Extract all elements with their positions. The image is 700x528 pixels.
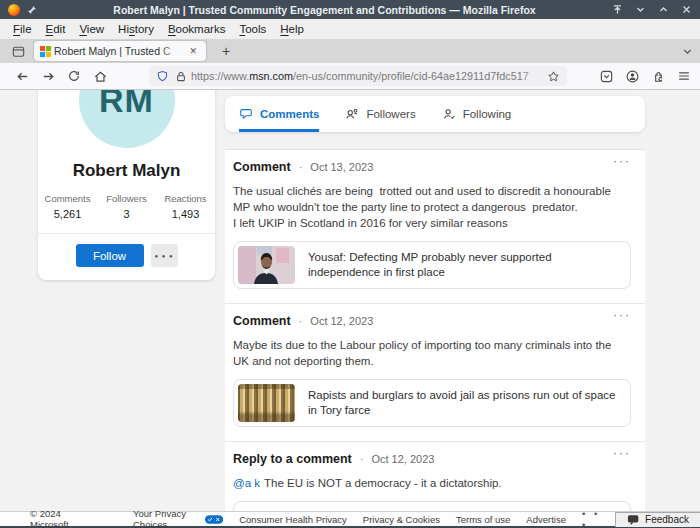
- advertise-link[interactable]: Advertise: [526, 514, 566, 525]
- feed-item: Comment · Oct 12, 2023 ··· Maybe its due…: [225, 304, 645, 442]
- feed-item-type: Reply to a comment: [233, 452, 352, 466]
- feed-item: Reply to a comment · Oct 12, 2023 ··· @a…: [225, 442, 645, 511]
- article-title: Rapists and burglars to avoid jail as pr…: [308, 388, 620, 418]
- feed-item: Comment · Oct 13, 2023 ··· The usual cli…: [225, 150, 645, 304]
- page-footer: © 2024 Microsoft Your Privacy Choices Co…: [0, 511, 700, 526]
- microsoft-favicon: [40, 46, 50, 56]
- close-icon[interactable]: [681, 4, 692, 15]
- feedback-icon: [627, 514, 640, 526]
- minimize-icon[interactable]: [635, 4, 646, 15]
- page-content: RM Robert Malyn Comments 5,261 Followers…: [0, 90, 700, 511]
- article-title: Yousaf: Defecting MP probably never supp…: [308, 250, 620, 280]
- browser-tab[interactable]: Robert Malyn | Trusted C ✕: [34, 41, 206, 61]
- back-icon[interactable]: [9, 66, 35, 87]
- article-card[interactable]: Rapists and burglars to avoid jail as pr…: [233, 379, 631, 427]
- tab-close-icon[interactable]: ✕: [186, 45, 200, 57]
- new-tab-button[interactable]: +: [216, 43, 236, 59]
- profile-tabs: Comments Followers Following: [225, 96, 645, 132]
- copyright: © 2024 Microsoft: [30, 508, 85, 528]
- feed-item-type: Comment: [233, 160, 291, 174]
- privacy-choices-icon: [205, 514, 223, 525]
- reply-text: @a kThe EU is NOT a democracy - it a dic…: [233, 475, 615, 491]
- article-card[interactable]: Yousaf: Defecting MP probably never supp…: [233, 241, 631, 289]
- following-icon: [442, 107, 456, 121]
- reload-icon[interactable]: [61, 66, 87, 87]
- menu-tools[interactable]: Tools: [232, 21, 273, 37]
- more-options-icon[interactable]: ···: [613, 309, 631, 321]
- tracking-shield-icon[interactable]: [156, 70, 169, 83]
- firefox-view-icon[interactable]: [6, 41, 30, 61]
- menu-history[interactable]: History: [111, 21, 161, 37]
- bookmark-star-icon[interactable]: [547, 70, 560, 83]
- tab-comments[interactable]: Comments: [239, 96, 319, 132]
- more-options-icon[interactable]: ···: [613, 155, 631, 167]
- feedback-button[interactable]: Feedback: [615, 512, 700, 527]
- comment-text: Maybe its due to the Labour policy of im…: [233, 337, 615, 369]
- mention-link[interactable]: @a k: [233, 477, 260, 489]
- tab-strip: Robert Malyn | Trusted C ✕ +: [0, 39, 700, 63]
- feed-item-type: Comment: [233, 314, 291, 328]
- comment-text: The usual clichés are being trotted out …: [233, 183, 615, 231]
- firefox-logo-icon: [8, 4, 20, 16]
- main-column: Comments Followers Following Comment · O…: [225, 96, 645, 511]
- profile-card: RM Robert Malyn Comments 5,261 Followers…: [38, 90, 215, 280]
- feed-item-date: Oct 13, 2023: [310, 161, 373, 173]
- tab-following[interactable]: Following: [442, 96, 512, 132]
- article-thumbnail-prison: [238, 384, 295, 422]
- followers-icon: [345, 107, 359, 121]
- keep-above-icon[interactable]: [612, 4, 623, 15]
- lock-icon[interactable]: [175, 70, 187, 83]
- addon-badge-icon[interactable]: [599, 69, 614, 84]
- account-icon[interactable]: [625, 69, 640, 84]
- stat-followers: Followers 3: [97, 193, 156, 220]
- home-icon[interactable]: [87, 66, 113, 87]
- tab-title: Robert Malyn | Trusted C: [54, 45, 182, 57]
- menu-file[interactable]: File: [6, 21, 39, 37]
- window-title: Robert Malyn | Trusted Community Engagem…: [37, 4, 612, 16]
- comment-bubble-icon: [239, 107, 253, 121]
- article-card[interactable]: Voices: 'The devil's in the detail': Ind…: [233, 501, 631, 511]
- privacy-cookies-link[interactable]: Privacy & Cookies: [363, 514, 440, 525]
- menu-bar: File Edit View History Bookmarks Tools H…: [0, 19, 700, 39]
- list-all-tabs-icon[interactable]: [681, 45, 694, 58]
- consumer-health-privacy-link[interactable]: Consumer Health Privacy: [239, 514, 347, 525]
- forward-icon[interactable]: [35, 66, 61, 87]
- tab-followers[interactable]: Followers: [345, 96, 415, 132]
- privacy-choices-link[interactable]: Your Privacy Choices: [133, 508, 223, 528]
- terms-of-use-link[interactable]: Terms of use: [456, 514, 510, 525]
- extensions-puzzle-icon[interactable]: [651, 69, 666, 84]
- newspaper-icon: [238, 506, 295, 511]
- window-titlebar: Robert Malyn | Trusted Community Engagem…: [0, 0, 700, 19]
- url-text: https://www.msn.com/en-us/community/prof…: [191, 70, 547, 82]
- profile-stats: Comments 5,261 Followers 3 Reactions 1,4…: [38, 193, 215, 220]
- feed-item-date: Oct 12, 2023: [371, 453, 434, 465]
- stat-comments: Comments 5,261: [38, 193, 97, 220]
- menu-help[interactable]: Help: [273, 21, 311, 37]
- menu-bookmarks[interactable]: Bookmarks: [161, 21, 233, 37]
- more-options-icon[interactable]: ···: [613, 447, 631, 459]
- avatar: RM: [79, 90, 175, 148]
- menu-hamburger-icon[interactable]: [677, 69, 691, 83]
- article-title: Voices: 'The devil's in the detail': Ind…: [308, 510, 620, 511]
- follow-button[interactable]: Follow: [76, 244, 144, 267]
- stat-reactions: Reactions 1,493: [156, 193, 215, 220]
- pin-icon: [27, 5, 37, 15]
- maximize-icon[interactable]: [658, 4, 669, 15]
- article-thumbnail-portrait: [238, 246, 295, 284]
- divider: [38, 233, 215, 234]
- navigation-toolbar: https://www.msn.com/en-us/community/prof…: [0, 63, 700, 90]
- comments-feed: Comment · Oct 13, 2023 ··· The usual cli…: [225, 149, 645, 511]
- footer-more-icon[interactable]: • • •: [582, 508, 605, 528]
- menu-view[interactable]: View: [72, 21, 111, 37]
- profile-name: Robert Malyn: [38, 161, 215, 181]
- menu-edit[interactable]: Edit: [39, 21, 73, 37]
- profile-more-button[interactable]: ● ● ●: [151, 244, 178, 267]
- url-bar[interactable]: https://www.msn.com/en-us/community/prof…: [149, 66, 567, 86]
- feed-item-date: Oct 12, 2023: [310, 315, 373, 327]
